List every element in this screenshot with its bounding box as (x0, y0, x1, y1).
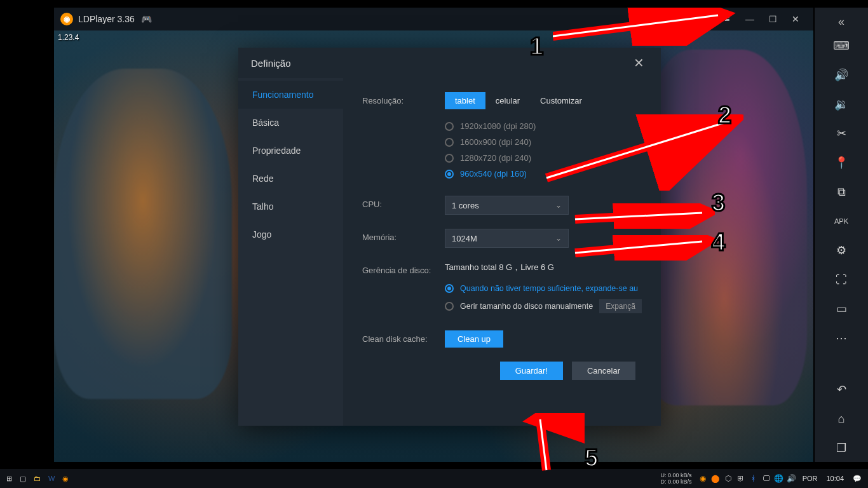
dialog-content: Resolução: tablet celular Customizar 192… (343, 78, 661, 426)
hamburger-button[interactable]: ≡ (715, 8, 738, 30)
tab-basica[interactable]: Básica (238, 109, 343, 137)
tab-propriedade[interactable]: Propriedade (238, 137, 343, 165)
resolution-label: Resolução: (362, 92, 445, 105)
app-logo-icon: ◉ (60, 13, 73, 25)
tab-talho[interactable]: Talho (238, 193, 343, 220)
app-title: LDPlayer 3.36 (78, 14, 135, 24)
dialog-close-button[interactable]: ✕ (629, 55, 648, 71)
tray-ld-icon[interactable]: ◉ (697, 469, 709, 488)
tray-network-icon[interactable]: 🌐 (773, 469, 785, 488)
windows-taskbar: ⊞ ▢ 🗀 W ◉ U: 0.00 kB/s D: 0.00 kB/s ◉ ⬤ … (0, 469, 868, 488)
language-indicator[interactable]: POR (799, 469, 822, 488)
screenshot-icon[interactable]: ▭ (815, 295, 868, 323)
res-1600[interactable]: 1600x900 (dpi 240) (445, 134, 648, 150)
net-speed: U: 0.00 kB/s D: 0.00 kB/s (657, 472, 696, 485)
res-1280[interactable]: 1280x720 (dpi 240) (445, 150, 648, 166)
res-1920[interactable]: 1920x1080 (dpi 280) (445, 118, 648, 134)
resolution-mode-tabs: tablet celular Customizar (445, 92, 648, 109)
action-center-icon[interactable]: 💬 (849, 469, 865, 488)
chevron-down-icon: ⌄ (555, 201, 562, 210)
cpu-label: CPU: (362, 196, 445, 209)
game-character-left (54, 69, 232, 399)
save-button[interactable]: Guardar! (500, 362, 563, 380)
disk-auto-option[interactable]: Quando não tiver tempo suficiente, expan… (445, 281, 648, 296)
apk-icon[interactable]: APK (815, 207, 868, 235)
mode-tablet[interactable]: tablet (445, 92, 485, 109)
ldplayer-icon[interactable]: ◉ (58, 469, 72, 488)
clean-label: Clean disk cache: (362, 330, 445, 344)
scissors-icon[interactable]: ✂ (815, 119, 868, 147)
location-icon[interactable]: 📍 (815, 149, 868, 177)
tray-avast-icon[interactable]: ⬤ (710, 469, 721, 488)
volume-up-icon[interactable]: 🔊 (815, 61, 868, 89)
close-button[interactable]: ✕ (784, 8, 807, 30)
resolution-options: 1920x1080 (dpi 280) 1600x900 (dpi 240) 1… (445, 118, 648, 182)
clock[interactable]: 10:04 (822, 469, 848, 488)
disk-info: Tamanho total 8 G，Livre 6 G (445, 262, 648, 273)
titlebar: ◉ LDPlayer 3.36 🎮 ≡ — ☐ ✕ (54, 8, 813, 30)
tray-dropbox-icon[interactable]: ⬡ (722, 469, 734, 488)
cleanup-button[interactable]: Clean up (445, 330, 503, 348)
memory-label: Memória: (362, 229, 445, 242)
chevron-down-icon: ⌄ (555, 234, 562, 243)
game-version-label: 1.23.4 (58, 33, 79, 42)
recents-icon[interactable]: ❐ (815, 434, 868, 462)
word-icon[interactable]: W (44, 469, 58, 488)
tray-defender-icon[interactable]: ⛨ (735, 469, 747, 488)
cpu-value: 1 cores (452, 201, 479, 210)
settings-icon[interactable]: ⚙ (815, 236, 868, 264)
maximize-button[interactable]: ☐ (761, 8, 784, 30)
back-icon[interactable]: ↶ (815, 376, 868, 403)
disk-label: Gerência de disco: (362, 262, 445, 275)
dialog-sidebar: Funcionamento Básica Propriedade Rede Ta… (238, 78, 343, 426)
file-explorer-icon[interactable]: 🗀 (30, 469, 44, 488)
more-icon[interactable]: ⋯ (815, 324, 868, 352)
keyboard-icon[interactable]: ⌨ (815, 32, 868, 60)
res-1600-label: 1600x900 (dpi 240) (460, 137, 531, 147)
disk-manual-label: Gerir tamanho do disco manualmente (460, 302, 593, 311)
memory-select[interactable]: 1024M ⌄ (445, 229, 569, 248)
settings-dialog: Definição ✕ Funcionamento Básica Proprie… (238, 48, 661, 426)
tray-monitor-icon[interactable]: 🖵 (761, 469, 772, 488)
gamepad-icon: 🎮 (141, 14, 152, 24)
mode-customizar[interactable]: Customizar (530, 92, 592, 109)
side-toolbar: « ⌨ 🔊 🔉 ✂ 📍 ⧉ APK ⚙ ⛶ ▭ ⋯ ↶ ⌂ ❐ (815, 8, 868, 462)
game-character-right (642, 50, 807, 405)
res-1920-label: 1920x1080 (dpi 280) (460, 121, 536, 131)
home-icon[interactable]: ⌂ (815, 405, 868, 433)
task-view-button[interactable]: ▢ (16, 469, 30, 488)
memory-value: 1024M (452, 234, 477, 243)
fullscreen-icon[interactable]: ⛶ (815, 266, 868, 294)
tab-jogo[interactable]: Jogo (238, 220, 343, 248)
tab-rede[interactable]: Rede (238, 165, 343, 193)
disk-auto-label: Quando não tiver tempo suficiente, expan… (460, 284, 638, 293)
volume-down-icon[interactable]: 🔉 (815, 90, 868, 118)
tray-sound-icon[interactable]: 🔊 (786, 469, 797, 488)
disk-manual-option[interactable]: Gerir tamanho do disco manualmenteExpanç… (445, 296, 648, 316)
dialog-title: Definição (251, 58, 291, 69)
cpu-select[interactable]: 1 cores ⌄ (445, 196, 569, 215)
tab-funcionamento[interactable]: Funcionamento (238, 81, 343, 109)
tray-bluetooth-icon[interactable]: ᚼ (748, 469, 759, 488)
add-window-icon[interactable]: ⧉ (815, 178, 868, 206)
res-1280-label: 1280x720 (dpi 240) (460, 153, 531, 163)
expand-button[interactable]: Expançã (599, 299, 642, 313)
minimize-button[interactable]: — (738, 8, 761, 30)
start-button[interactable]: ⊞ (3, 469, 16, 488)
res-960[interactable]: 960x540 (dpi 160) (445, 166, 648, 182)
res-960-label: 960x540 (dpi 160) (460, 169, 527, 179)
collapse-toolbar-button[interactable]: « (815, 13, 868, 30)
dialog-header: Definição ✕ (238, 48, 661, 78)
cancel-button[interactable]: Cancelar (572, 362, 635, 380)
mode-celular[interactable]: celular (485, 92, 530, 109)
